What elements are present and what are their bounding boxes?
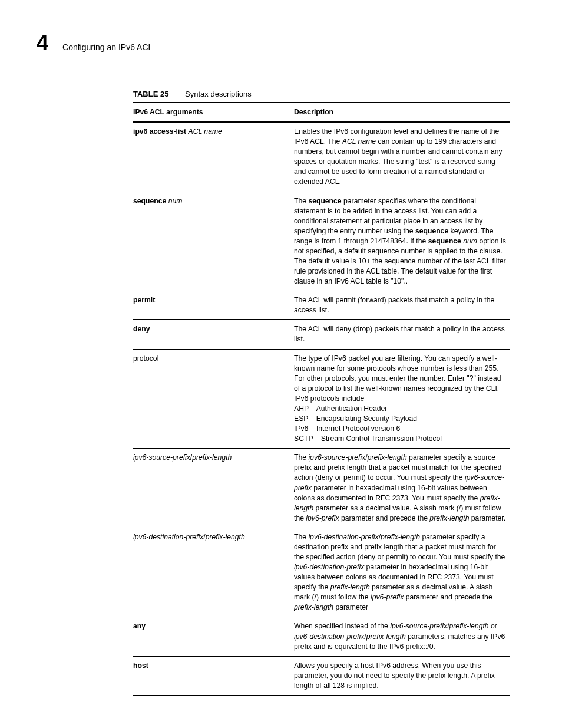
table-row: hostAllows you specify a host IPv6 addre… (133, 656, 510, 696)
description-cell: The ipv6-destination-prefix/prefix-lengt… (294, 528, 510, 617)
description-cell: The ipv6-source-prefix/prefix-length par… (294, 449, 510, 528)
running-header: 4 Configuring an IPv6 ACL (37, 31, 508, 55)
argument-cell: deny (133, 320, 294, 349)
section-title: Configuring an IPv6 ACL (62, 42, 153, 52)
description-cell: The ACL will permit (forward) packets th… (294, 291, 510, 320)
argument-cell: any (133, 617, 294, 656)
description-cell: When specified instead of the ipv6-sourc… (294, 617, 510, 656)
table-header-arguments: IPv6 ACL arguments (133, 103, 294, 122)
table-row: ipv6-source-prefix/prefix-lengthThe ipv6… (133, 449, 510, 528)
description-cell: Allows you specify a host IPv6 address. … (294, 656, 510, 696)
table-caption-text: Syntax descriptions (185, 90, 252, 98)
argument-cell: ipv6-destination-prefix/prefix-length (133, 528, 294, 617)
table-row: ipv6 access-list ACL nameEnables the IPv… (133, 122, 510, 192)
table-row: permitThe ACL will permit (forward) pack… (133, 291, 510, 320)
table-row: ipv6-destination-prefix/prefix-lengthThe… (133, 528, 510, 617)
table-row: sequence numThe sequence parameter speci… (133, 192, 510, 291)
table-caption: TABLE 25 Syntax descriptions (133, 90, 508, 98)
argument-cell: protocol (133, 349, 294, 449)
description-cell: The type of IPv6 packet you are filterin… (294, 349, 510, 449)
table-label: TABLE 25 (133, 90, 168, 98)
table-header-description: Description (294, 103, 510, 122)
argument-cell: ipv6 access-list ACL name (133, 122, 294, 192)
argument-cell: sequence num (133, 192, 294, 291)
table-row: protocolThe type of IPv6 packet you are … (133, 349, 510, 449)
page: 4 Configuring an IPv6 ACL TABLE 25 Synta… (0, 0, 562, 728)
description-cell: Enables the IPv6 configuration level and… (294, 122, 510, 192)
description-cell: The sequence parameter specifies where t… (294, 192, 510, 291)
syntax-table: IPv6 ACL arguments Description ipv6 acce… (133, 102, 510, 696)
argument-cell: permit (133, 291, 294, 320)
argument-cell: host (133, 656, 294, 696)
chapter-number: 4 (37, 31, 48, 55)
argument-cell: ipv6-source-prefix/prefix-length (133, 449, 294, 528)
table-row: denyThe ACL will deny (drop) packets tha… (133, 320, 510, 349)
table-row: anyWhen specified instead of the ipv6-so… (133, 617, 510, 656)
description-cell: The ACL will deny (drop) packets that ma… (294, 320, 510, 349)
